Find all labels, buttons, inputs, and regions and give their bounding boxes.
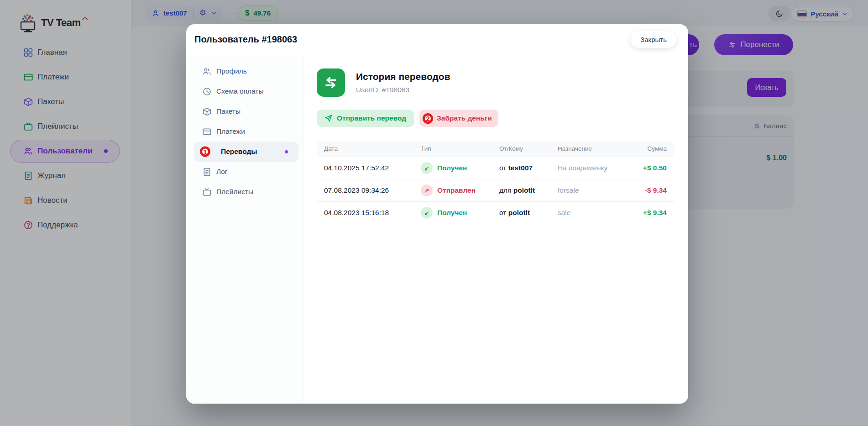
transfers-header: История переводов UserID: #198063 bbox=[317, 68, 688, 97]
modal-nav-packages[interactable]: Пакеты bbox=[186, 101, 303, 121]
col-type: Тип bbox=[421, 145, 499, 152]
step-annotation-2: 2 bbox=[423, 113, 433, 124]
transfer-purpose: На повременку bbox=[558, 164, 629, 172]
modal-nav-label: Схема оплаты bbox=[216, 87, 264, 95]
transfer-type-label: Отправлен bbox=[437, 186, 476, 195]
transfers-table-header: Дата Тип От/Кому Назначение Сумма bbox=[317, 141, 674, 157]
modal-nav-label: Плейлисты bbox=[216, 188, 253, 196]
modal-title: Пользователь #198063 bbox=[194, 34, 297, 45]
modal-nav-transfers[interactable]: 1 Переводы bbox=[194, 142, 298, 162]
tv-icon bbox=[202, 187, 212, 197]
transfer-type-label: Получен bbox=[437, 209, 467, 217]
clock-icon bbox=[202, 87, 212, 96]
modal-nav: Профиль Схема оплаты Пакеты Платежи 1 Пе… bbox=[186, 55, 303, 404]
arrow-up-right-icon: ↗ bbox=[421, 184, 433, 196]
credit-card-icon bbox=[202, 127, 212, 137]
modal-nav-payment-scheme[interactable]: Схема оплаты bbox=[186, 81, 303, 101]
transfer-purpose: forsale bbox=[558, 186, 629, 195]
transfers-userid: UserID: #198063 bbox=[356, 86, 450, 94]
transfer-amount: +$ 9.34 bbox=[629, 209, 667, 217]
modal-body: Профиль Схема оплаты Пакеты Платежи 1 Пе… bbox=[186, 55, 688, 404]
document-icon bbox=[202, 167, 212, 177]
transfer-type-label: Получен bbox=[437, 164, 467, 172]
users-icon bbox=[202, 67, 212, 76]
col-party: От/Кому bbox=[499, 145, 558, 152]
transfers-title: История переводов bbox=[356, 68, 450, 82]
col-amount: Сумма bbox=[629, 145, 667, 152]
arrow-down-left-icon: ↙ bbox=[421, 162, 433, 174]
paper-plane-icon bbox=[324, 114, 333, 122]
col-purpose: Назначение bbox=[558, 145, 629, 152]
user-modal: Пользователь #198063 Закрыть Профиль Схе… bbox=[186, 24, 688, 404]
step-annotation-1: 1 bbox=[200, 147, 210, 157]
modal-nav-label: Профиль bbox=[216, 67, 247, 75]
modal-nav-log[interactable]: Лог bbox=[186, 162, 303, 182]
table-row: 07.08.2023 09:34:26 ↗ Отправлен для polo… bbox=[317, 179, 674, 201]
modal-nav-label: Переводы bbox=[221, 147, 257, 156]
arrow-down-left-icon: ↙ bbox=[421, 207, 433, 219]
modal-nav-label: Лог bbox=[216, 168, 227, 176]
transfer-amount: -$ 9.34 bbox=[629, 186, 667, 195]
transfer-amount: +$ 0.50 bbox=[629, 164, 667, 172]
party-username: polotlt bbox=[513, 186, 535, 194]
transfers-table: Дата Тип От/Кому Назначение Сумма 04.10.… bbox=[317, 141, 674, 224]
withdraw-money-button[interactable]: 2 Забрать деньги bbox=[419, 110, 498, 127]
party-username: test007 bbox=[508, 164, 533, 172]
transfer-icon bbox=[317, 68, 345, 97]
table-row: 04.10.2025 17:52:42 ↙ Получен от test007… bbox=[317, 157, 674, 179]
table-row: 04.08.2023 15:16:18 ↙ Получен от polotlt… bbox=[317, 201, 674, 224]
transfer-actions: Отправить перевод 2 Забрать деньги bbox=[317, 110, 688, 127]
table-bottom-border bbox=[317, 224, 674, 224]
modal-nav-payments[interactable]: Платежи bbox=[186, 121, 303, 142]
package-icon bbox=[202, 107, 212, 116]
party-username: polotlt bbox=[508, 209, 530, 216]
transfer-purpose: sale bbox=[558, 209, 629, 217]
transfers-panel: История переводов UserID: #198063 Отправ… bbox=[303, 55, 688, 404]
modal-nav-label: Платежи bbox=[216, 127, 245, 136]
modal-nav-playlists[interactable]: Плейлисты bbox=[186, 182, 303, 202]
modal-nav-label: Пакеты bbox=[216, 107, 241, 116]
col-date: Дата bbox=[324, 145, 421, 152]
active-dot bbox=[285, 150, 288, 153]
modal-nav-profile[interactable]: Профиль bbox=[186, 61, 303, 81]
modal-header: Пользователь #198063 Закрыть bbox=[186, 24, 688, 55]
app-root: TV Team Главная Платежи Пакеты Плейлисты bbox=[0, 0, 868, 426]
close-button[interactable]: Закрыть bbox=[631, 31, 676, 48]
send-transfer-button[interactable]: Отправить перевод bbox=[317, 110, 414, 127]
